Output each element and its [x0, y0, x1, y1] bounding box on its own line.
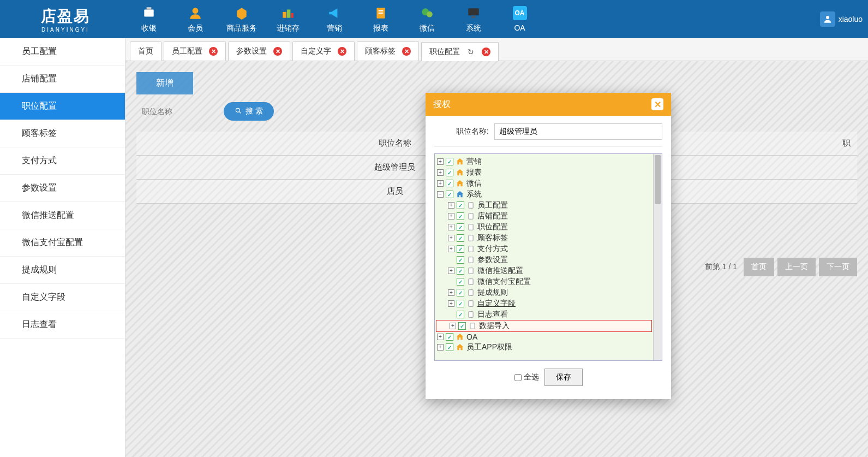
svg-rect-1	[146, 7, 151, 9]
nav-item-stock[interactable]: 进销存	[265, 3, 311, 35]
nav-item-wechat[interactable]: 微信	[404, 3, 450, 35]
nav-item-marketing[interactable]: 营销	[311, 3, 357, 35]
nav-label: 进销存	[265, 23, 311, 33]
svg-rect-7	[378, 10, 383, 11]
nav-item-cashier[interactable]: 收银	[125, 3, 172, 35]
nav-item-goods[interactable]: 商品服务	[218, 3, 265, 35]
nav-label: 系统	[450, 23, 496, 33]
wechat-icon	[419, 5, 435, 21]
svg-rect-11	[468, 8, 479, 15]
svg-rect-5	[291, 13, 293, 18]
report-icon	[373, 5, 389, 21]
logo: 店盈易 DIANYINGYI	[5, 6, 125, 33]
stock-icon	[280, 5, 296, 21]
svg-rect-8	[378, 13, 383, 14]
user-name: xiaoluo	[839, 15, 863, 23]
nav-item-report[interactable]: 报表	[357, 3, 404, 35]
user-area[interactable]: xiaoluo	[820, 11, 863, 27]
nav-label: 收银	[125, 23, 172, 33]
svg-point-13	[826, 16, 829, 19]
nav-label: 会员	[172, 23, 218, 33]
nav-label: 营销	[311, 23, 357, 33]
svg-rect-0	[144, 10, 153, 17]
nav-item-system[interactable]: 系统	[450, 3, 496, 35]
marketing-icon	[326, 5, 343, 21]
goods-icon	[234, 5, 250, 21]
header: 店盈易 DIANYINGYI 收银会员商品服务进销存营销报表微信系统OAOA x…	[0, 0, 868, 38]
nav-item-oa[interactable]: OAOA	[496, 3, 543, 35]
nav-item-member[interactable]: 会员	[172, 3, 218, 35]
logo-sub: DIANYINGYI	[5, 27, 125, 33]
nav-label: OA	[496, 23, 543, 32]
member-icon	[187, 5, 203, 21]
svg-rect-3	[283, 12, 286, 18]
nav-label: 报表	[357, 23, 404, 33]
cashier-icon	[141, 5, 157, 21]
svg-point-2	[192, 8, 198, 14]
user-avatar-icon	[820, 11, 835, 27]
nav-label: 微信	[404, 23, 450, 33]
nav-label: 商品服务	[218, 23, 265, 33]
system-icon	[465, 5, 482, 21]
svg-point-10	[426, 11, 432, 17]
svg-rect-4	[286, 10, 290, 18]
svg-rect-12	[471, 16, 475, 17]
oa-icon: OA	[512, 5, 528, 21]
logo-main: 店盈易	[5, 6, 125, 27]
nav-bar: 收银会员商品服务进销存营销报表微信系统OAOA	[125, 3, 543, 35]
